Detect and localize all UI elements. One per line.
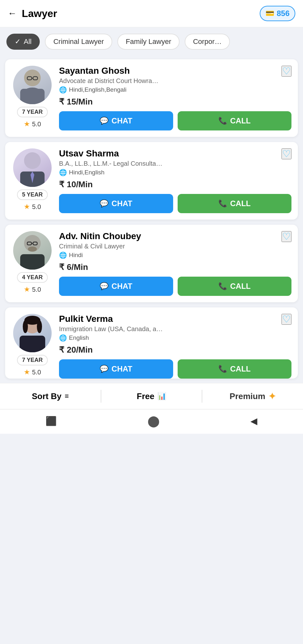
lawyer-card-3: 4 YEAR ★ 5.0 Adv. Nitin Choubey ♡ Crimin… (5, 225, 298, 302)
call-icon-2: 📞 (218, 199, 227, 208)
experience-badge-1: 7 YEAR (17, 107, 48, 117)
header-left: ← Lawyer (8, 8, 57, 20)
wallet-icon: 💳 (265, 9, 274, 18)
nav-bar: ⬛ ⬤ ◀ (0, 409, 303, 434)
lawyer-name-3: Adv. Nitin Choubey (59, 231, 141, 241)
favorite-btn-3[interactable]: ♡ (282, 231, 291, 242)
call-icon-3: 📞 (218, 282, 227, 290)
nav-back-icon[interactable]: ◀ (250, 416, 257, 426)
specialty-4: Immigration Law (USA, Canada, a… (59, 325, 291, 333)
rating-value-2: 5.0 (32, 203, 41, 211)
call-btn-1[interactable]: 📞 CALL (178, 111, 292, 130)
lawyer-name-2: Utsav Sharma (59, 148, 119, 159)
check-icon: ✓ (15, 38, 21, 46)
avatar-section-3: 4 YEAR ★ 5.0 (12, 231, 53, 294)
premium-option[interactable]: Premium ✦ (202, 391, 303, 402)
chat-icon-2: 💬 (100, 199, 108, 208)
languages-3: Hindi (69, 252, 83, 259)
sort-by-option[interactable]: Sort By ≡ (0, 391, 101, 401)
lawyer-card-1: 7 YEAR ★ 5.0 Sayantan Ghosh ♡ Advocate a… (5, 59, 298, 137)
chat-icon-1: 💬 (100, 117, 108, 125)
avatar-section-1: 7 YEAR ★ 5.0 (12, 66, 53, 128)
rating-value-4: 5.0 (32, 369, 41, 376)
lawyer-card-2: 5 YEAR ★ 5.0 Utsav Sharma ♡ B.A., LL.B.,… (5, 142, 298, 220)
call-icon-4: 📞 (218, 365, 227, 373)
wallet-balance: 856 (277, 9, 290, 18)
languages-2: Hindi,English (69, 169, 105, 176)
svg-point-21 (23, 320, 28, 333)
sort-icon: ≡ (65, 392, 69, 400)
lawyer-name-4: Pulkit Verma (59, 314, 113, 324)
info-header-2: Utsav Sharma ♡ (59, 148, 291, 160)
price-2: ₹ 10/Min (59, 180, 291, 189)
action-buttons-2: 💬 CHAT 📞 CALL (59, 194, 291, 213)
filter-tab-family[interactable]: Family Lawyer (117, 34, 180, 50)
action-buttons-3: 💬 CHAT 📞 CALL (59, 277, 291, 296)
specialty-1: Advocate at District Court Howra… (59, 77, 291, 85)
favorite-btn-4[interactable]: ♡ (282, 314, 291, 325)
star-icon-2: ★ (24, 203, 30, 211)
favorite-btn-1[interactable]: ♡ (282, 66, 291, 77)
back-button[interactable]: ← (8, 8, 17, 19)
nav-circle-icon[interactable]: ⬤ (147, 414, 160, 427)
filter-tab-corporate[interactable]: Corpor… (185, 34, 230, 50)
experience-badge-3: 4 YEAR (17, 272, 48, 283)
chat-icon-3: 💬 (100, 282, 108, 290)
price-3: ₹ 6/Min (59, 262, 291, 272)
filter-all-label: All (24, 38, 31, 46)
filter-corporate-label: Corpor… (193, 38, 222, 46)
filter-tab-all[interactable]: ✓ All (6, 34, 40, 50)
rating-row-3: ★ 5.0 (24, 285, 41, 294)
call-btn-2[interactable]: 📞 CALL (178, 194, 292, 213)
chat-btn-4[interactable]: 💬 CHAT (59, 359, 173, 379)
avatar-section-4: 7 YEAR ★ 5.0 (12, 314, 53, 376)
globe-icon-1: 🌐 (59, 86, 67, 94)
specialty-3: Criminal & Civil Lawyer (59, 243, 291, 250)
avatar-4 (13, 314, 52, 352)
chat-btn-2[interactable]: 💬 CHAT (59, 194, 173, 213)
sort-by-label: Sort By (32, 391, 61, 401)
lawyer-card-4: 7 YEAR ★ 5.0 Pulkit Verma ♡ Immigration … (5, 307, 298, 379)
rating-row-4: ★ 5.0 (24, 368, 41, 376)
star-icon-3: ★ (24, 285, 30, 294)
avatar-1 (13, 66, 52, 104)
rating-row-2: ★ 5.0 (24, 203, 41, 211)
star-icon-1: ★ (24, 120, 30, 128)
globe-icon-4: 🌐 (59, 334, 67, 342)
premium-star-icon: ✦ (268, 391, 276, 402)
filter-criminal-label: Criminal Lawyer (53, 38, 104, 46)
call-btn-3[interactable]: 📞 CALL (178, 277, 292, 296)
language-row-4: 🌐 English (59, 334, 291, 342)
wallet-badge[interactable]: 💳 856 (260, 6, 295, 21)
star-icon-4: ★ (24, 368, 30, 376)
info-section-1: Sayantan Ghosh ♡ Advocate at District Co… (59, 66, 291, 130)
lawyer-name-1: Sayantan Ghosh (59, 66, 130, 76)
info-header-3: Adv. Nitin Choubey ♡ (59, 231, 291, 243)
filter-row: ✓ All Criminal Lawyer Family Lawyer Corp… (0, 27, 303, 56)
svg-point-16 (28, 247, 37, 252)
free-label: Free (137, 391, 155, 401)
globe-icon-3: 🌐 (59, 251, 67, 259)
favorite-btn-2[interactable]: ♡ (282, 148, 291, 159)
price-1: ₹ 15/Min (59, 97, 291, 107)
call-btn-4[interactable]: 📞 CALL (178, 359, 292, 379)
avatar-section-2: 5 YEAR ★ 5.0 (12, 148, 53, 211)
svg-point-22 (37, 320, 42, 333)
free-option[interactable]: Free 📊 (101, 391, 202, 401)
info-section-2: Utsav Sharma ♡ B.A., LL.B., LL.M.- Legal… (59, 148, 291, 213)
filter-tab-criminal[interactable]: Criminal Lawyer (45, 34, 112, 50)
info-header-1: Sayantan Ghosh ♡ (59, 66, 291, 77)
svg-point-6 (24, 152, 41, 169)
info-header-4: Pulkit Verma ♡ (59, 314, 291, 325)
chat-btn-1[interactable]: 💬 CHAT (59, 111, 173, 130)
rating-value-1: 5.0 (32, 121, 41, 128)
experience-badge-4: 7 YEAR (17, 355, 48, 365)
chat-btn-3[interactable]: 💬 CHAT (59, 277, 173, 296)
avatar-2 (13, 148, 52, 187)
nav-home-icon[interactable]: ⬛ (46, 416, 57, 426)
languages-4: English (69, 334, 89, 341)
experience-badge-2: 5 YEAR (17, 189, 48, 200)
header: ← Lawyer 💳 856 (0, 0, 303, 27)
action-buttons-1: 💬 CHAT 📞 CALL (59, 111, 291, 130)
bottom-options-bar: Sort By ≡ Free 📊 Premium ✦ (0, 383, 303, 409)
